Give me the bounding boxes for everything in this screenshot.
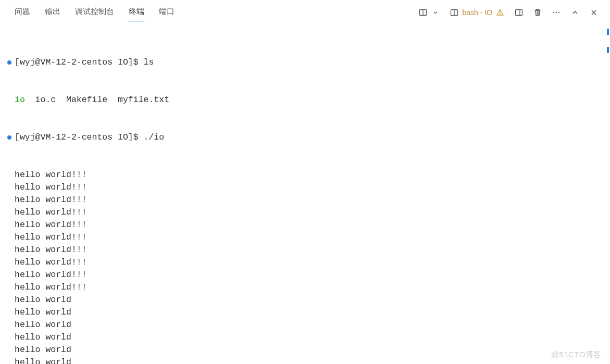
svg-point-10	[558, 11, 559, 12]
output-text: hello world!!!	[15, 231, 606, 244]
terminal-line: [wyj@VM-12-2-centos IO]$ ./io	[4, 131, 606, 144]
svg-rect-6	[516, 9, 522, 15]
terminal-line: hello world	[4, 344, 606, 356]
svg-point-8	[553, 11, 554, 12]
scroll-marker	[607, 29, 609, 35]
terminal-line: hello world!!!	[4, 169, 606, 181]
output-text: hello world!!!	[15, 219, 606, 231]
output-text: hello world!!!	[15, 181, 606, 194]
output-text: hello world!!!	[15, 281, 606, 294]
output-text: hello world!!!	[15, 256, 606, 269]
terminal-line: hello world	[4, 356, 606, 364]
output-text: hello world	[15, 331, 606, 344]
terminal-line: hello world!!!	[4, 281, 606, 294]
terminal-line: hello world!!!	[4, 231, 606, 244]
trash-icon[interactable]	[532, 7, 543, 18]
output-text: hello world	[15, 344, 606, 356]
output-text: hello world!!!	[15, 169, 606, 181]
output-text: hello world	[15, 356, 606, 364]
ls-executable: io	[15, 95, 25, 105]
terminal-line: hello world	[4, 306, 606, 319]
output-text: hello world	[15, 319, 606, 331]
watermark: @51CTO博客	[551, 350, 602, 360]
terminal-line: hello world!!!	[4, 194, 606, 206]
split-terminal-icon[interactable]	[417, 7, 429, 18]
tab-terminal[interactable]: 终端	[129, 0, 144, 24]
tab-output[interactable]: 输出	[45, 0, 60, 24]
panel-tabs: 问题 输出 调试控制台 终端 端口	[15, 0, 175, 24]
scroll-marker	[607, 47, 609, 53]
chevron-down-icon[interactable]	[430, 7, 441, 18]
ls-output: io.c Makefile myfile.txt	[25, 95, 169, 105]
close-icon[interactable]	[588, 7, 600, 18]
terminal-line: [wyj@VM-12-2-centos IO]$ ls	[4, 56, 606, 69]
tab-problems[interactable]: 问题	[15, 0, 30, 24]
panel-toolbar: bash - IO	[417, 7, 600, 18]
panel-layout-2-icon[interactable]	[513, 7, 525, 18]
output-text: hello world	[15, 294, 606, 306]
terminal-line: io io.c Makefile myfile.txt	[4, 94, 606, 106]
svg-point-5	[500, 14, 501, 14]
output-text: hello world!!!	[15, 244, 606, 256]
bullet-icon	[4, 131, 15, 140]
terminal-line: hello world	[4, 294, 606, 306]
tab-debug-console[interactable]: 调试控制台	[75, 0, 114, 24]
terminal-line: hello world!!!	[4, 206, 606, 219]
panel-header: 问题 输出 调试控制台 终端 端口 bash - IO	[0, 0, 610, 25]
chevron-up-icon[interactable]	[569, 7, 581, 18]
terminal-body[interactable]: [wyj@VM-12-2-centos IO]$ ls io io.c Make…	[0, 25, 610, 364]
shell-label[interactable]: bash - IO	[462, 8, 492, 17]
terminal-line: hello world!!!	[4, 244, 606, 256]
svg-point-9	[556, 11, 557, 12]
terminal-line: hello world!!!	[4, 219, 606, 231]
terminal-line: hello world!!!	[4, 256, 606, 269]
more-icon[interactable]	[551, 7, 562, 18]
output-text: hello world	[15, 306, 606, 319]
output-text: hello world!!!	[15, 269, 606, 281]
prompt: [wyj@VM-12-2-centos IO]$	[15, 57, 144, 67]
output-text: hello world!!!	[15, 194, 606, 206]
command: ls	[144, 57, 154, 67]
bullet-icon	[4, 56, 15, 65]
command: ./io	[144, 132, 165, 142]
terminal-line: hello world	[4, 319, 606, 331]
tab-ports[interactable]: 端口	[159, 0, 175, 24]
output-text: hello world!!!	[15, 206, 606, 219]
terminal-line: hello world	[4, 331, 606, 344]
terminal-line: hello world!!!	[4, 269, 606, 281]
panel-layout-icon[interactable]	[449, 7, 460, 18]
terminal-line: hello world!!!	[4, 181, 606, 194]
prompt: [wyj@VM-12-2-centos IO]$	[15, 132, 144, 142]
warning-icon[interactable]	[494, 7, 506, 18]
